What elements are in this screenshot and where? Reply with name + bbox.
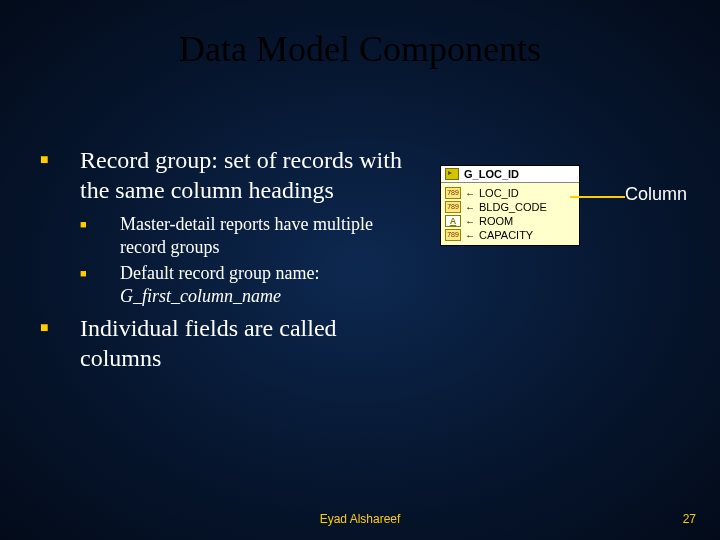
footer-page-number: 27	[683, 512, 696, 526]
column-annotation: Column	[625, 184, 687, 205]
figure-row: 789 ← BLDG_CODE	[445, 200, 575, 214]
arrow-icon: ←	[465, 216, 475, 227]
bullet-icon: ■	[80, 213, 120, 258]
content-area: ■ Record group: set of records with the …	[40, 145, 420, 381]
figure-row: A ← ROOM	[445, 214, 575, 228]
column-name: ROOM	[479, 215, 513, 227]
column-name: CAPACITY	[479, 229, 533, 241]
record-group-figure: G_LOC_ID 789 ← LOC_ID 789 ← BLDG_CODE A …	[440, 165, 580, 246]
bullet-1-text: Record group: set of records with the sa…	[80, 145, 420, 205]
arrow-icon: ←	[465, 188, 475, 199]
slide-title: Data Model Components	[0, 28, 720, 70]
numeric-column-icon: 789	[445, 201, 461, 213]
bullet-icon: ■	[40, 145, 80, 205]
bullet-1b-text: Default record group name: G_first_colum…	[120, 262, 319, 307]
column-name: BLDG_CODE	[479, 201, 547, 213]
numeric-column-icon: 789	[445, 187, 461, 199]
arrow-icon: ←	[465, 230, 475, 241]
bullet-1b-prefix: Default record group name:	[120, 263, 319, 283]
arrow-icon: ←	[465, 202, 475, 213]
bullet-1b-name: G_first_column_name	[120, 286, 281, 306]
bullet-icon: ■	[40, 313, 80, 373]
bullet-1a-text: Master-detail reports have multiple reco…	[120, 213, 420, 258]
annotation-line	[570, 196, 625, 198]
figure-body: 789 ← LOC_ID 789 ← BLDG_CODE A ← ROOM 78…	[441, 183, 579, 245]
figure-header-text: G_LOC_ID	[464, 168, 519, 180]
text-column-icon: A	[445, 215, 461, 227]
figure-header: G_LOC_ID	[441, 166, 579, 183]
column-name: LOC_ID	[479, 187, 519, 199]
bullet-icon: ■	[80, 262, 120, 307]
footer-author: Eyad Alshareef	[0, 512, 720, 526]
figure-row: 789 ← LOC_ID	[445, 186, 575, 200]
group-icon	[445, 168, 459, 180]
figure-row: 789 ← CAPACITY	[445, 228, 575, 242]
numeric-column-icon: 789	[445, 229, 461, 241]
bullet-2-text: Individual fields are called columns	[80, 313, 420, 373]
